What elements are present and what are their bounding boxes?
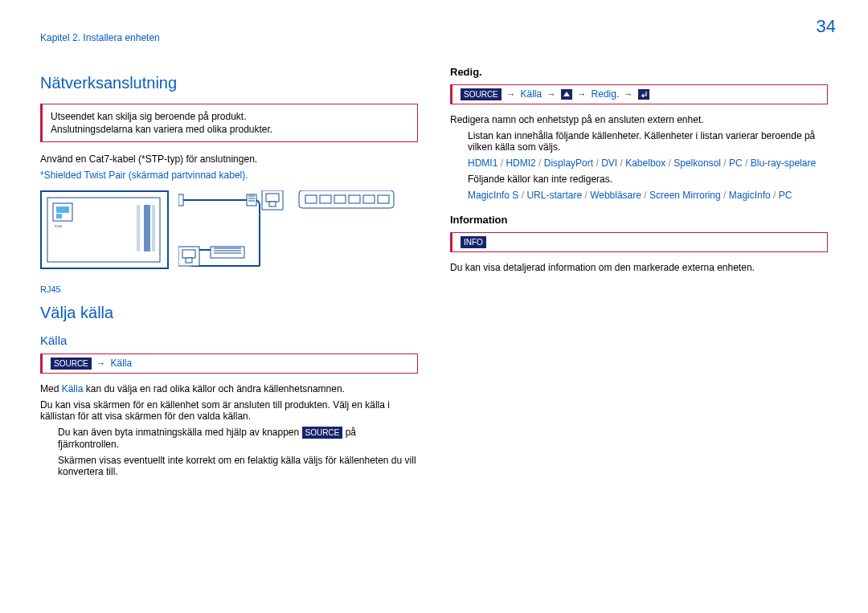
svg-rect-25 [305,195,317,203]
kalla-body1: Med Källa kan du välja en rad olika käll… [40,383,418,394]
breadcrumb-redig: Redig. [592,88,620,100]
arrow-icon: → [547,89,556,99]
source-list-editable: HDMI1 / HDMI2 / DisplayPort / DVI / Kabe… [468,157,828,169]
device-rear-icon: RJ45 [40,190,169,279]
chapter-label: Kapitel 2. Installera enheten [40,32,160,43]
content-columns: Nätverksanslutning Utseendet kan skilja … [0,50,868,482]
source-key: SOURCE [51,358,92,370]
arrow-icon: → [96,358,105,368]
svg-rect-29 [363,195,375,203]
arrow-icon: → [624,89,633,99]
svg-rect-30 [378,195,389,203]
page-header: Kapitel 2. Installera enheten 34 [0,0,868,50]
svg-rect-27 [334,195,346,203]
svg-rect-3 [56,206,69,213]
svg-rect-10 [266,194,279,202]
arrow-icon: → [577,89,586,99]
cable-instruction: Använd en Cat7-kabel (*STP-typ) för ansl… [40,153,418,165]
network-connection-title: Nätverksanslutning [40,74,418,92]
svg-rect-6 [144,205,150,251]
redig-title: Redig. [450,66,828,78]
svg-rect-7 [137,205,140,251]
rj45-label: RJ45 [40,284,169,294]
info-notebox: INFO [450,232,828,252]
kalla-note1: Du kan även byta inmatningskälla med hjä… [58,427,418,450]
redig-body3: Följande källor kan inte redigeras. [468,174,828,185]
enter-button-icon [638,89,649,100]
svg-rect-26 [320,195,331,203]
svg-rect-28 [349,195,360,203]
callout-line1: Utseendet kan skilja sig beroende på pro… [51,111,409,122]
kalla-note2: Skärmen visas eventuellt inte korrekt om… [58,455,418,477]
redig-body1: Redigera namn och enhetstyp på en anslut… [450,114,828,125]
cable-note: *Shielded Twist Pair (skärmad partvinnad… [40,170,418,181]
device-illustration: RJ45 RJ45 [40,190,418,294]
right-column: Redig. SOURCE → Källa → → Redig. → Redig… [450,66,828,482]
redig-body2: Listan kan innehålla följande källenhete… [468,130,828,153]
information-title: Information [450,214,828,226]
source-key: SOURCE [461,88,502,100]
network-callout: Utseendet kan skilja sig beroende på pro… [40,104,418,142]
svg-rect-18 [182,250,195,258]
kalla-body2: Du kan visa skärmen för en källenhet som… [40,399,418,422]
svg-rect-12 [178,194,183,206]
arrow-icon: → [506,89,515,99]
select-source-title: Välja källa [40,304,418,322]
source-subtitle: Källa [40,333,418,347]
up-button-icon [561,89,572,100]
left-column: Nätverksanslutning Utseendet kan skilja … [40,66,418,482]
svg-text:RJ45: RJ45 [55,224,63,228]
breadcrumb-kalla: Källa [520,88,542,100]
redig-notebox: SOURCE → Källa → → Redig. → [450,84,828,104]
source-breadcrumb-kalla: Källa [110,358,132,369]
info-key: INFO [461,236,486,248]
cable-and-router-icon [178,190,403,279]
callout-line2: Anslutningsdelarna kan variera med olika… [51,124,409,135]
source-list-noneditable: MagicInfo S / URL-startare / Webbläsare … [468,190,828,201]
source-notebox: SOURCE → Källa [40,353,418,374]
info-body: Du kan visa detaljerad information om de… [450,262,828,273]
page-number: 34 [817,16,836,37]
source-key-inline: SOURCE [302,427,343,439]
svg-rect-8 [152,205,155,251]
svg-rect-11 [269,202,276,206]
svg-rect-19 [186,258,192,263]
svg-rect-4 [56,214,62,219]
